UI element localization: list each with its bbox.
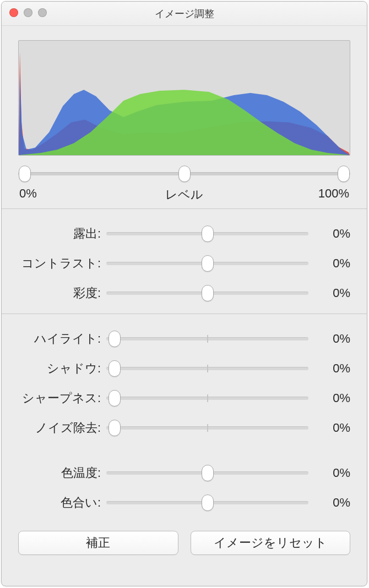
histogram-section: 0% レベル 100% — [2, 26, 367, 208]
temperature-slider[interactable] — [106, 465, 308, 481]
slider-group: 色温度:0%色合い:0% — [2, 448, 367, 523]
tint-value: 0% — [308, 496, 350, 510]
slider-group: ハイライト:0%シャドウ:0%シャープネス:0%ノイズ除去:0% — [2, 314, 367, 448]
slider-row-denoise: ノイズ除去:0% — [18, 413, 350, 443]
exposure-thumb[interactable] — [202, 226, 214, 242]
denoise-slider[interactable] — [106, 420, 308, 436]
slider-tick — [207, 365, 208, 372]
auto-adjust-button[interactable]: 補正 — [18, 531, 178, 555]
highlights-value: 0% — [308, 332, 350, 346]
levels-label-right: 100% — [318, 186, 349, 201]
window-title: イメージ調整 — [2, 7, 367, 20]
slider-row-saturation: 彩度:0% — [18, 278, 350, 308]
levels-slider[interactable] — [18, 166, 350, 182]
levels-thumb-black[interactable] — [19, 166, 31, 182]
denoise-value: 0% — [308, 421, 350, 435]
denoise-label: ノイズ除去: — [18, 420, 106, 436]
content: 0% レベル 100% 露出:0%コントラスト:0%彩度:0%ハイライト:0%シ… — [2, 26, 367, 586]
zoom-icon[interactable] — [38, 8, 47, 17]
shadows-value: 0% — [308, 361, 350, 376]
window: イメージ調整 0% — [1, 1, 367, 586]
slider-row-tint: 色合い:0% — [18, 488, 350, 518]
exposure-value: 0% — [308, 227, 350, 241]
slider-row-sharpness: シャープネス:0% — [18, 383, 350, 413]
temperature-thumb[interactable] — [202, 465, 214, 481]
levels-thumb-white[interactable] — [338, 166, 350, 182]
sharpness-slider[interactable] — [106, 390, 308, 406]
exposure-label: 露出: — [18, 226, 106, 242]
sharpness-value: 0% — [308, 391, 350, 405]
minimize-icon[interactable] — [24, 8, 32, 17]
contrast-thumb[interactable] — [202, 255, 214, 272]
slider-tick — [207, 335, 208, 343]
temperature-label: 色温度: — [18, 465, 106, 481]
denoise-thumb[interactable] — [108, 420, 121, 436]
slider-row-temperature: 色温度:0% — [18, 458, 350, 488]
sharpness-label: シャープネス: — [18, 390, 106, 406]
slider-row-contrast: コントラスト:0% — [18, 249, 350, 278]
slider-group: 露出:0%コントラスト:0%彩度:0% — [2, 209, 367, 314]
shadows-label: シャドウ: — [18, 360, 106, 377]
tint-slider[interactable] — [106, 494, 308, 511]
traffic-lights — [9, 8, 47, 17]
saturation-thumb[interactable] — [202, 285, 214, 301]
slider-tick — [207, 424, 208, 432]
titlebar: イメージ調整 — [2, 2, 367, 26]
contrast-slider[interactable] — [106, 255, 308, 272]
highlights-thumb[interactable] — [108, 331, 121, 347]
sharpness-thumb[interactable] — [108, 390, 121, 406]
shadows-slider[interactable] — [106, 360, 308, 377]
tint-label: 色合い: — [18, 494, 106, 511]
slider-row-highlights: ハイライト:0% — [18, 324, 350, 354]
temperature-value: 0% — [308, 466, 350, 480]
levels-label-center: レベル — [165, 186, 203, 203]
slider-row-exposure: 露出:0% — [18, 219, 350, 249]
close-icon[interactable] — [9, 8, 18, 17]
reset-image-button[interactable]: イメージをリセット — [191, 531, 351, 555]
contrast-value: 0% — [308, 256, 350, 271]
saturation-value: 0% — [308, 286, 350, 300]
exposure-slider[interactable] — [106, 226, 308, 242]
contrast-label: コントラスト: — [18, 255, 106, 272]
levels-labels: 0% レベル 100% — [18, 186, 350, 203]
levels-thumb-mid[interactable] — [178, 166, 191, 182]
saturation-label: 彩度: — [18, 285, 106, 301]
shadows-thumb[interactable] — [108, 360, 121, 377]
slider-row-shadows: シャドウ:0% — [18, 354, 350, 383]
levels-label-left: 0% — [19, 186, 37, 201]
highlights-slider[interactable] — [106, 331, 308, 347]
histogram — [18, 40, 350, 156]
highlights-label: ハイライト: — [18, 331, 106, 347]
button-row: 補正 イメージをリセット — [2, 523, 367, 569]
tint-thumb[interactable] — [202, 494, 214, 511]
slider-tick — [207, 394, 208, 402]
saturation-slider[interactable] — [106, 285, 308, 301]
